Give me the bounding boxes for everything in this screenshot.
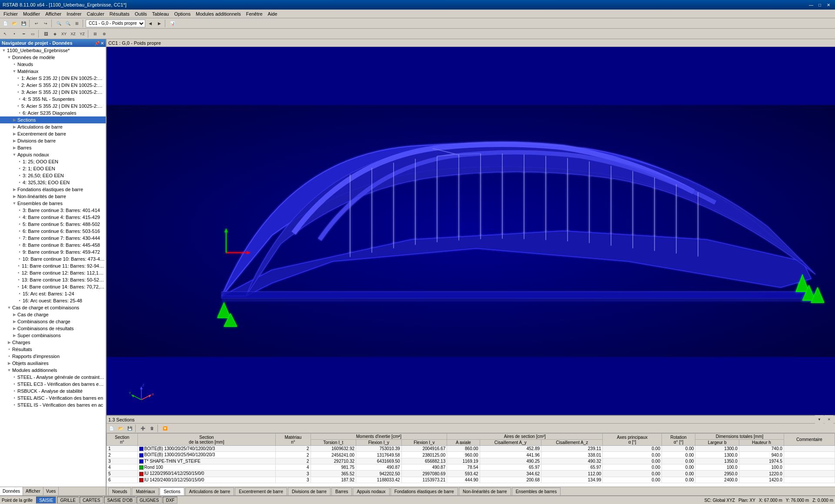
tree-item-model-data[interactable]: ▼Données de modèle (0, 54, 106, 61)
sec-del-btn[interactable]: 🗑 (147, 424, 156, 433)
sections-table-container[interactable]: Sectionn° Sectionde la section [mm] Maté… (107, 433, 835, 487)
tree-item-ens4[interactable]: •4: Barre continue 4: Barres: 415-429 (0, 214, 106, 221)
table-row[interactable]: 3T* SHAPE-THIN VT_STEIFE2292710.32643166… (107, 458, 835, 464)
tree-item-ens16[interactable]: •16: Arc ouest: Barres: 25-48 (0, 297, 106, 304)
bottom-tab-sections[interactable]: Sections (160, 487, 184, 495)
open-btn[interactable]: 📂 (10, 19, 19, 28)
next-btn[interactable]: ▶ (155, 19, 164, 28)
tree-item-objets-aux[interactable]: ▶Objets auxiliaires (0, 360, 106, 367)
tree-item-appuis3[interactable]: •3: 26,50; EEO EEN (0, 172, 106, 179)
table-row[interactable]: 5IU 1220/2950/14/12/250/15/0/03365.52942… (107, 471, 835, 477)
nav-close-btn[interactable]: ✕ (100, 41, 104, 46)
menu-item-outils[interactable]: Outils (132, 10, 150, 18)
zoom-in-btn[interactable]: 🔍 (54, 19, 63, 28)
tree-item-nonlinearites[interactable]: ▶Non-linéarités de barre (0, 193, 106, 200)
status-item-saisie-d'ob[interactable]: SAISIE D'OB (104, 497, 136, 504)
tree-item-resultats[interactable]: •Résultats (0, 346, 106, 353)
tree-item-super-comb[interactable]: ▶Super combinaisons (0, 332, 106, 339)
menu-item-fenêtre[interactable]: Fenêtre (244, 10, 265, 18)
tree-item-ens7[interactable]: •7: Barre continue 7: Barres: 430-444 (0, 235, 106, 242)
tree-item-appuis2[interactable]: •2: 1; EOO EEN (0, 165, 106, 172)
table-row[interactable]: 6IU 1420/2400/10/12/250/15/0/03187.92118… (107, 477, 835, 483)
tree-item-ens9[interactable]: •9: Barre continue 9: Barres: 459-472 (0, 249, 106, 255)
bottom-tab-fondations-elastiques-de-barre[interactable]: Fondations élastiques de barre (391, 487, 458, 495)
tree-item-divisions[interactable]: ▶Divisions de barre (0, 137, 106, 144)
col-largeur[interactable]: Largeur b (695, 440, 739, 446)
menu-item-afficher[interactable]: Afficher (43, 10, 64, 18)
menu-item-fichier[interactable]: Fichier (1, 10, 20, 18)
col-cisZ[interactable]: Cisaillement A_z (541, 440, 603, 446)
select-btn[interactable]: ↖ (1, 30, 10, 38)
col-section-no[interactable]: Sectionn° (107, 434, 138, 446)
3d-btn[interactable]: ◈ (50, 30, 59, 38)
tree-item-rapports[interactable]: •Rapports d'impression (0, 353, 106, 360)
bottom-tabs[interactable]: NoeudsMatériauxSectionsArticulations de … (107, 487, 835, 495)
snap-btn[interactable]: ⊕ (100, 30, 109, 38)
menu-item-aide[interactable]: Aide (265, 10, 280, 18)
tree-item-nodes[interactable]: •Nœuds (0, 61, 106, 68)
tree-item-ens13[interactable]: •13: Barre continue 13: Barres: 50-52,54… (0, 276, 106, 283)
surface-btn[interactable]: ▭ (28, 30, 37, 38)
status-item-dxf[interactable]: DXF (163, 497, 177, 504)
table-row[interactable]: 2BOITE(B) 1300/20/25/940/1200/20/3224562… (107, 452, 835, 458)
left-tab-donnees[interactable]: Données (0, 487, 23, 495)
sec-open-btn[interactable]: 📂 (116, 424, 125, 433)
col-torsion[interactable]: Torsion I_t (311, 440, 356, 446)
tree-item-appuis4[interactable]: •4: 325,326; EOO EEN (0, 179, 106, 186)
bottom-tab-ensembles-de-barres[interactable]: Ensembles de barres (512, 487, 561, 495)
tree-item-mat6[interactable]: •6: Acier S235 Diagonales (0, 109, 106, 116)
maximize-button[interactable]: □ (816, 1, 824, 8)
status-item-saisie[interactable]: SAISIE (36, 497, 56, 504)
left-bottom-tabs[interactable]: Données Afficher Vues (0, 487, 106, 495)
col-flexion-y[interactable]: Flexion I_y (356, 440, 402, 446)
tree-item-materials[interactable]: ▼Matériaux (0, 68, 106, 75)
sections-minimize-btn[interactable]: ▼ (815, 415, 824, 424)
col-material[interactable]: Matériaun° (276, 434, 311, 446)
tree-item-steel-is[interactable]: •STEEL IS - Vérification des barres en a… (0, 401, 106, 408)
tree-item-ens11[interactable]: •11: Barre continue 11: Barres: 92-94,96… (0, 262, 106, 269)
zoom-out-btn[interactable]: 🔍 (63, 19, 72, 28)
bar-btn[interactable]: ━ (19, 30, 28, 38)
nav-pin-btn[interactable]: 📌 (94, 41, 100, 46)
col-section-desc[interactable]: Sectionde la section [mm] (137, 434, 276, 446)
col-rotation[interactable]: Rotationα° [°] (661, 434, 695, 446)
tree-item-mat1[interactable]: •1: Acier S 235 J2 | DIN EN 10025-2:2004… (0, 75, 106, 82)
minimize-button[interactable]: — (807, 1, 815, 8)
xy-btn[interactable]: XY (60, 30, 68, 38)
status-item-cartes[interactable]: CARTES (80, 497, 103, 504)
col-aires[interactable]: Aires de section [cm²] (447, 434, 603, 440)
bottom-tab-materiaux[interactable]: Matériaux (132, 487, 159, 495)
left-tab-afficher[interactable]: Afficher (23, 487, 43, 495)
tree-item-combinaisons-res[interactable]: ▶Combinaisons de résultats (0, 325, 106, 332)
bottom-tab-non-linearites-de-barre[interactable]: Non-linéarités de barre (459, 487, 511, 495)
tree-item-mat3[interactable]: •3: Acier S 355 J2 | DIN EN 10025-2:2004… (0, 89, 106, 96)
window-controls[interactable]: — □ ✕ (807, 1, 832, 8)
render-btn[interactable]: 🖼 (41, 30, 50, 38)
tree-item-ens3[interactable]: •3: Barre continue 3: Barres: 401-414 (0, 207, 106, 214)
bottom-tab-noeuds[interactable]: Noeuds (108, 487, 131, 495)
tree-item-steel-general[interactable]: •STEEL - Analyse générale de contrainte … (0, 374, 106, 381)
sections-close-btn[interactable]: ✕ (825, 415, 833, 424)
tree-item-ens5[interactable]: •5: Barre continue 5: Barres: 488-502 (0, 221, 106, 228)
menu-item-modifier[interactable]: Modifier (20, 10, 43, 18)
tree-item-steel-ec3[interactable]: •STEEL EC3 - Vérification des barres en … (0, 381, 106, 388)
menu-item-options[interactable]: Options (171, 10, 193, 18)
menu-item-tableau[interactable]: Tableau (150, 10, 172, 18)
yz-btn[interactable]: YZ (78, 30, 87, 38)
load-case-select[interactable]: CC1 - G,0 - Poids propre (86, 20, 145, 27)
bottom-tab-barres[interactable]: Barres (331, 487, 352, 495)
tree-item-mat4[interactable]: •4: S 355 NL - Suspentes (0, 96, 106, 103)
tree-item-steel-aisc[interactable]: •STEEL AISC - Vérification des barres en (0, 395, 106, 401)
bottom-tab-appuis-nodaux[interactable]: Appuis nodaux (353, 487, 389, 495)
tree-item-sections[interactable]: ▶Sections (0, 116, 106, 123)
col-alpha[interactable]: Axes principauxα [°] (603, 434, 662, 446)
menu-item-insérer[interactable]: Insérer (64, 10, 84, 18)
grid-btn[interactable]: ⊞ (91, 30, 100, 38)
table-row[interactable]: 1BOITE(B) 1300/20/25/740/1200/20/3216096… (107, 446, 835, 452)
tree-item-ens8[interactable]: •8: Barre continue 8: Barres: 445-458 (0, 242, 106, 249)
status-items[interactable]: SAISIEGRILLECARTESSAISIE D'OBGLIGNESDXF (36, 497, 177, 504)
table-row[interactable]: 4Rond 1004981.75490.87490.8778.5465.9765… (107, 464, 835, 471)
status-item-grille[interactable]: GRILLE (57, 497, 79, 504)
tree-item-bar-hinges[interactable]: ▶Articulations de barre (0, 123, 106, 130)
status-item-glignes[interactable]: GLIGNES (137, 497, 162, 504)
